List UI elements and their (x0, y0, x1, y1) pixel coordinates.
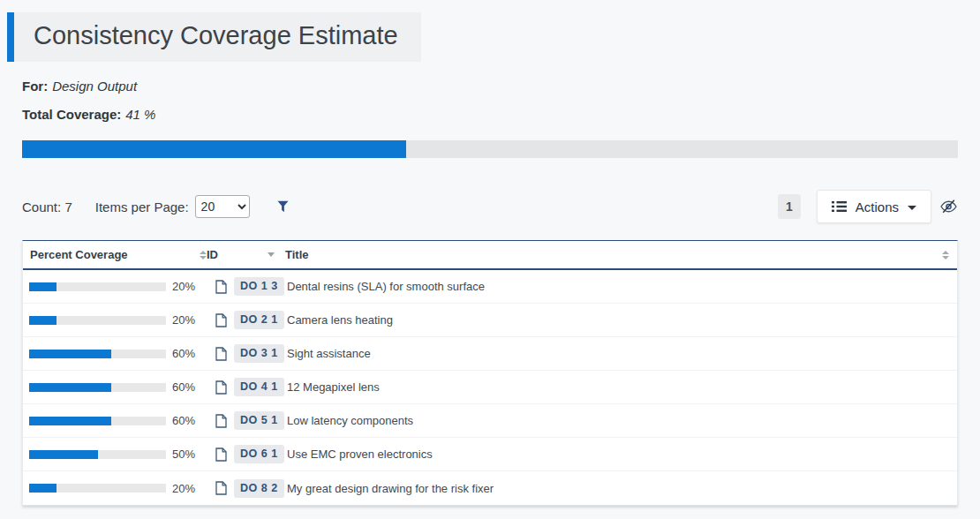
row-progress-fill (29, 417, 111, 425)
cell-percent-coverage: 20% (23, 313, 207, 327)
item-id-badge[interactable]: DO 1 3 (234, 277, 284, 296)
actions-button-label: Actions (856, 199, 899, 214)
row-percent-label: 60% (166, 380, 207, 394)
row-progress-fill (29, 450, 98, 459)
cell-title: My great design drawing for the risk fix… (282, 482, 957, 495)
cell-percent-coverage: 50% (23, 448, 207, 461)
item-id-badge[interactable]: DO 5 1 (234, 411, 284, 430)
column-header-title[interactable]: Title (282, 248, 957, 261)
item-id-badge[interactable]: DO 3 1 (234, 344, 284, 363)
chevron-down-icon (908, 206, 916, 210)
eye-slash-icon (939, 199, 958, 214)
item-id-badge[interactable]: DO 6 1 (234, 445, 284, 463)
items-per-page-select[interactable]: 20 (195, 195, 250, 218)
file-icon (215, 347, 227, 361)
sort-up-down-icon[interactable] (200, 251, 207, 260)
for-line: For:Design Output (22, 79, 980, 94)
table-header-row: Percent Coverage ID Title (23, 241, 957, 270)
row-progressbar (29, 282, 166, 291)
title-accent-bar (7, 12, 14, 62)
list-icon (832, 200, 847, 213)
funnel-icon (277, 200, 289, 213)
file-icon (215, 313, 227, 327)
sort-down-icon[interactable] (268, 252, 275, 257)
row-progressbar (29, 316, 166, 325)
row-progress-fill (29, 350, 111, 358)
toolbar-right: 1 Actions (778, 190, 958, 223)
coverage-table: Percent Coverage ID Title 20% (22, 240, 958, 506)
toolbar: Count: 7 Items per Page: 20 1 Actions (22, 190, 958, 223)
column-header-id-label: ID (207, 248, 218, 261)
table-row[interactable]: 60% DO 3 1 Sight assistance (23, 337, 957, 371)
cell-percent-coverage: 60% (23, 380, 207, 394)
count-label: Count: (22, 199, 61, 214)
file-icon (215, 280, 227, 294)
filter-button[interactable] (277, 200, 289, 213)
cell-title: Dental resins (SLA) for smooth surface (282, 280, 957, 293)
item-id-badge[interactable]: DO 2 1 (234, 311, 284, 329)
column-header-percent-coverage[interactable]: Percent Coverage (23, 248, 207, 261)
row-progressbar (29, 450, 166, 459)
sort-up-down-icon[interactable] (942, 251, 949, 260)
cell-percent-coverage: 20% (23, 482, 207, 495)
items-per-page-label: Items per Page: (95, 199, 189, 214)
count-value: 7 (64, 199, 72, 214)
cell-percent-coverage: 20% (23, 280, 207, 293)
row-percent-label: 60% (166, 414, 207, 427)
toggle-visibility-button[interactable] (939, 199, 958, 214)
total-coverage-progressbar (22, 140, 958, 158)
row-progressbar (29, 350, 166, 358)
row-percent-label: 60% (166, 347, 207, 360)
table-row[interactable]: 60% DO 5 1 Low latency components (23, 404, 957, 438)
row-progressbar (29, 417, 166, 425)
cell-title: 12 Megapixel lens (282, 380, 957, 394)
for-label: For: (22, 79, 48, 94)
cell-title: Camera lens heating (282, 313, 957, 327)
row-percent-label: 50% (166, 448, 207, 461)
cell-percent-coverage: 60% (23, 347, 207, 360)
table-row[interactable]: 20% DO 1 3 Dental resins (SLA) for smoot… (23, 270, 957, 304)
for-value: Design Output (52, 79, 137, 94)
column-header-percent-coverage-label: Percent Coverage (30, 248, 128, 261)
actions-button[interactable]: Actions (817, 190, 931, 223)
file-icon (215, 448, 227, 462)
row-progress-fill (29, 484, 57, 493)
file-icon (215, 380, 227, 395)
file-icon (215, 481, 227, 495)
row-progress-fill (29, 316, 57, 325)
row-percent-label: 20% (166, 280, 207, 293)
total-coverage-progress-fill (22, 140, 406, 158)
cell-title: Low latency components (282, 414, 957, 427)
table-row[interactable]: 20% DO 2 1 Camera lens heating (23, 304, 957, 337)
total-coverage-value: 41 % (125, 107, 155, 122)
cell-title: Sight assistance (282, 347, 957, 360)
table-row[interactable]: 60% DO 4 1 12 Megapixel lens (23, 371, 957, 404)
column-header-id[interactable]: ID (207, 248, 282, 261)
item-id-badge[interactable]: DO 4 1 (234, 378, 284, 396)
cell-title: Use EMC proven electronics (282, 448, 957, 461)
page-title-block: Consistency Coverage Estimate (7, 12, 421, 62)
row-percent-label: 20% (166, 313, 207, 327)
row-progressbar (29, 383, 166, 392)
cell-percent-coverage: 60% (23, 414, 207, 427)
file-icon (215, 414, 227, 428)
cell-id: DO 5 1 (207, 411, 282, 430)
total-coverage-label: Total Coverage: (22, 107, 121, 122)
cell-id: DO 8 2 (207, 479, 282, 498)
page-title: Consistency Coverage Estimate (14, 12, 421, 62)
row-progress-fill (29, 383, 111, 392)
total-coverage-line: Total Coverage:41 % (22, 107, 980, 122)
cell-id: DO 1 3 (207, 277, 282, 296)
cell-id: DO 2 1 (207, 311, 282, 329)
table-body: 20% DO 1 3 Dental resins (SLA) for smoot… (23, 270, 957, 505)
pagination-page-1-button[interactable]: 1 (778, 194, 801, 219)
table-row[interactable]: 20% DO 8 2 My great design drawing for t… (23, 471, 957, 505)
row-percent-label: 20% (166, 482, 207, 495)
column-header-title-label: Title (285, 248, 309, 261)
table-row[interactable]: 50% DO 6 1 Use EMC proven electronics (23, 438, 957, 471)
cell-id: DO 6 1 (207, 445, 282, 463)
row-progressbar (29, 484, 166, 493)
cell-id: DO 4 1 (207, 378, 282, 396)
item-id-badge[interactable]: DO 8 2 (234, 479, 284, 498)
count-text: Count: 7 (22, 199, 72, 214)
